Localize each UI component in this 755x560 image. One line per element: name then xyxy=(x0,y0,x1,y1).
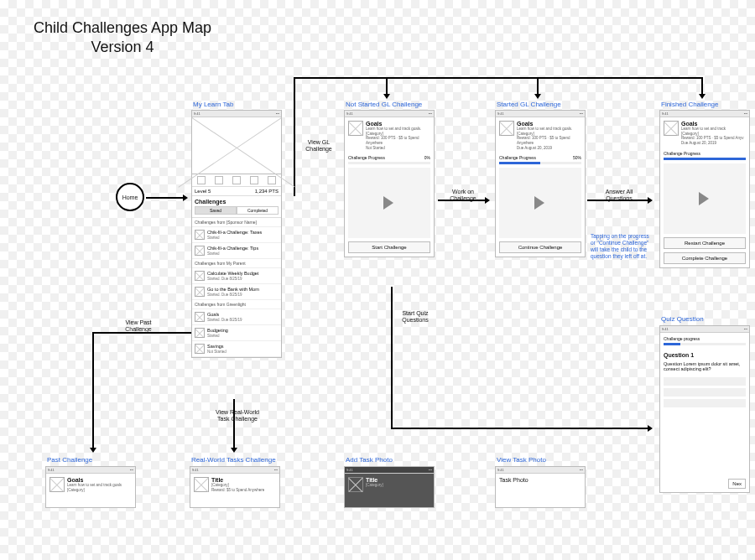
progress-bar xyxy=(348,162,430,164)
list-item[interactable]: GoalsStarted. Due 8/25/19 xyxy=(192,309,281,325)
title-line1: Child Challenges App Map xyxy=(34,19,211,36)
thumb-icon xyxy=(195,230,205,240)
progress-value: 50% xyxy=(573,155,581,160)
arrow-home-to-learn xyxy=(146,197,186,199)
link-quiz: Quiz Question xyxy=(661,315,704,323)
goal-thumb-icon xyxy=(664,121,679,136)
question-number: Question 1 xyxy=(660,349,749,361)
complete-challenge-button[interactable]: Complete Challenge xyxy=(664,252,746,264)
next-button[interactable]: Nex xyxy=(728,479,746,489)
section-greenlight: Challenges from Greenlight xyxy=(192,300,281,309)
section-parent: Challenges from My Parent xyxy=(192,259,281,268)
annotation-note: Tapping on the progress or "Continue Cha… xyxy=(591,233,653,261)
status-bar: 9:41••• xyxy=(345,111,434,117)
challenge-title: Title xyxy=(366,477,383,483)
progress-bar xyxy=(664,343,746,345)
answer-option[interactable] xyxy=(664,377,746,386)
video-placeholder[interactable] xyxy=(348,168,430,238)
flow-right-quiz xyxy=(391,428,651,429)
progress-label: Challenge Progress xyxy=(664,151,700,156)
goal-thumb-icon xyxy=(499,121,514,136)
flow-down-quiz xyxy=(391,287,393,428)
progress-bar xyxy=(499,162,581,164)
arrow-down-finished xyxy=(701,77,703,97)
tab-icon[interactable] xyxy=(232,176,241,184)
arrow-to-rw xyxy=(233,399,235,451)
progress-bar xyxy=(664,158,746,160)
tab-icon[interactable] xyxy=(215,176,223,184)
answer-option[interactable] xyxy=(664,399,746,407)
label-view-past: View PastChallenge xyxy=(116,319,161,332)
screen-view-photo: 9:41••• Task Photo xyxy=(495,466,586,508)
video-placeholder[interactable] xyxy=(499,168,581,238)
flow-up-from-learn xyxy=(294,77,295,196)
label-view-gl: View GLChallenge xyxy=(297,139,341,152)
label-work-on: Work onChallenge xyxy=(443,189,483,201)
status-bar: 9:41••• xyxy=(660,326,749,333)
thumb-icon xyxy=(195,344,205,354)
link-not-started: Not Started GL Challenge xyxy=(346,101,422,108)
thumb-icon xyxy=(195,271,205,281)
question-text: Question Lorem ipsum dolor sit amet, con… xyxy=(660,361,749,375)
arrow-down-notstarted xyxy=(386,77,388,97)
challenges-header: Challenges Saved Completed xyxy=(192,196,281,218)
task-thumb-icon xyxy=(194,477,209,492)
goal-thumb-icon xyxy=(348,121,363,136)
section-sponsor: Challenges from [Sponsor Name] xyxy=(192,218,281,227)
tab-icon[interactable] xyxy=(250,176,258,184)
screen-quiz: 9:41••• Challenge progress Question 1 Qu… xyxy=(659,325,750,493)
thumb-icon xyxy=(195,246,205,256)
tab-row xyxy=(192,174,281,187)
challenge-title: Goals xyxy=(681,121,744,127)
segmented-control[interactable]: Saved Completed xyxy=(195,206,279,215)
points-label: 1,234 PTS xyxy=(255,189,279,194)
restart-challenge-button[interactable]: Restart Challenge xyxy=(664,237,746,249)
list-item[interactable]: Chik-fil-a Challenge: TaxesStarted xyxy=(192,227,281,243)
status-bar: 9:41••• xyxy=(46,467,135,474)
progress-value: 0% xyxy=(424,155,430,160)
progress-label: Challenge Progress xyxy=(348,155,385,160)
list-item[interactable]: Calculate Weekly BudgetStarted. Due 8/25… xyxy=(192,268,281,284)
status-bar: 9:41••• xyxy=(496,111,585,117)
level-label: Level 5 xyxy=(195,189,211,194)
screen-finished: 9:41••• Goals Learn how to set and track… xyxy=(659,110,750,268)
challenge-title: Goals xyxy=(517,121,581,127)
continue-challenge-button[interactable]: Continue Challenge xyxy=(499,241,581,253)
screen-add-photo: 9:41••• Title [Category] xyxy=(344,466,435,508)
arrow-past-v xyxy=(92,332,94,451)
link-finished: Finished Challenge xyxy=(661,101,719,108)
video-placeholder[interactable] xyxy=(664,163,746,234)
list-item[interactable]: Go to the Bank with MomStarted. Due 8/25… xyxy=(192,284,281,300)
play-icon xyxy=(534,196,551,210)
challenge-title: Title xyxy=(211,477,264,483)
screen-not-started: 9:41••• Goals Learn how to set and track… xyxy=(344,110,435,257)
link-view-photo: View Task Photo xyxy=(497,456,546,464)
title-line2: Version 4 xyxy=(34,38,211,57)
answer-option[interactable] xyxy=(664,388,746,397)
screen-past: 9:41••• Goals Learn how to set and track… xyxy=(45,466,136,508)
challenge-title: Goals xyxy=(67,477,122,483)
play-icon xyxy=(699,192,716,205)
status-bar: 9:41••• xyxy=(190,467,279,474)
label-start-quiz: Start QuizQuestions xyxy=(396,310,435,323)
flow-bus-top xyxy=(294,77,703,79)
link-rw: Real-World Tasks Challenge xyxy=(191,456,276,464)
thumb-icon xyxy=(195,312,205,322)
status-bar: 9:41••• xyxy=(345,467,434,474)
link-past: Past Challenge xyxy=(47,456,92,464)
status-bar: 9:41••• xyxy=(192,111,281,117)
list-item[interactable]: SavingsNot Started xyxy=(192,341,281,357)
list-item[interactable]: Chik-fil-a Challenge: TipsStarted xyxy=(192,243,281,259)
tab-icon[interactable] xyxy=(197,176,206,184)
quiz-progress-label: Challenge progress xyxy=(660,333,749,343)
challenge-title: Goals xyxy=(366,121,430,127)
screen-started: 9:41••• Goals Learn how to set and track… xyxy=(495,110,586,257)
task-thumb-icon xyxy=(348,477,363,492)
start-challenge-button[interactable]: Start Challenge xyxy=(348,241,430,253)
play-icon xyxy=(383,196,400,210)
list-item[interactable]: BudgetingStarted xyxy=(192,325,281,341)
goal-thumb-icon xyxy=(49,477,65,492)
link-learn-tab: My Learn Tab xyxy=(193,101,233,108)
thumb-icon xyxy=(195,328,205,338)
tab-icon[interactable] xyxy=(268,176,276,184)
